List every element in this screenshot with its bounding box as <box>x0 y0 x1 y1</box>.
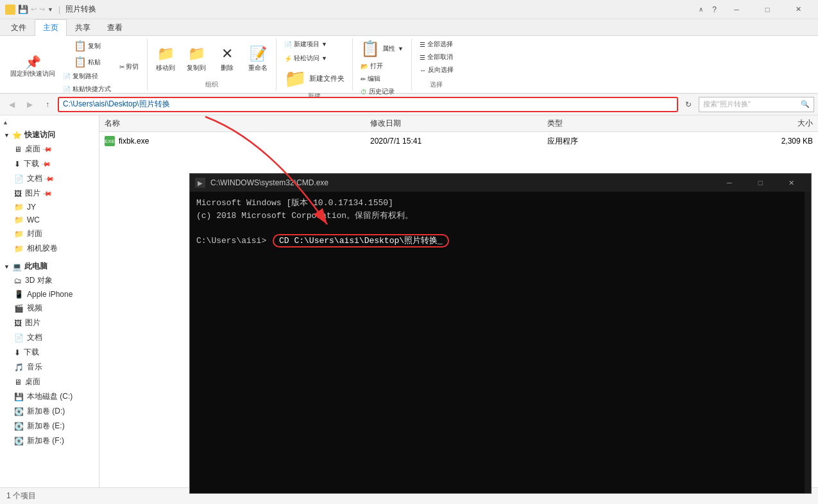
sidebar-item-drive-f[interactable]: 💽 新加卷 (F:) <box>0 433 99 448</box>
sidebar-item-local-c[interactable]: 💾 本地磁盘 (C:) <box>0 389 99 404</box>
new-folder-button[interactable]: 📁 新建文件夹 <box>282 67 347 90</box>
file-list-header: 名称 修改日期 类型 大小 <box>99 115 818 132</box>
sidebar-item-wc[interactable]: 📁 WC <box>0 214 99 226</box>
easy-access-button[interactable]: ⚡ 轻松访问 ▼ <box>282 53 330 64</box>
sidebar-this-pc[interactable]: ▼ 💻 此电脑 <box>0 258 99 273</box>
cmd-window: ▶ C:\WINDOWS\system32\CMD.exe ─ □ ✕ Micr… <box>189 173 812 494</box>
refresh-button[interactable]: ↻ <box>681 97 696 112</box>
cut-button[interactable]: ✂ 剪切 <box>116 61 142 72</box>
sidebar-item-cover[interactable]: 📁 封面 <box>0 226 99 241</box>
ribbon-group-organize: 📁 移动到 📁 复制到 ✕ 删除 📝 重命名 组织 <box>148 38 277 90</box>
video-icon: 🎬 <box>14 304 24 313</box>
sidebar-item-downloads[interactable]: ⬇ 下载 <box>0 345 99 360</box>
cover-icon: 📁 <box>14 230 24 239</box>
sidebar-item-docs-quick[interactable]: 📄 文档 📌 <box>0 171 99 186</box>
dropdown-arrow[interactable]: ▼ <box>47 6 53 13</box>
col-header-type[interactable]: 类型 <box>547 118 724 129</box>
title-text: 照片转换 <box>65 4 96 15</box>
help-btn[interactable]: ? <box>708 5 720 14</box>
address-bar-area: ◀ ▶ ↑ C:\Users\aisi\Desktop\照片转换 ↻ 搜索"照片… <box>0 94 818 115</box>
cmd-title-bar: ▶ C:\WINDOWS\system32\CMD.exe ─ □ ✕ <box>190 174 811 192</box>
select-all-button[interactable]: ☰ 全部选择 <box>417 38 456 50</box>
new-item-button[interactable]: 📄 新建项目 ▼ <box>282 38 330 50</box>
open-button[interactable]: 📂 打开 <box>358 60 386 72</box>
sidebar-item-drive-d[interactable]: 💽 新加卷 (D:) <box>0 404 99 419</box>
sidebar-item-downloads-quick[interactable]: ⬇ 下载 📌 <box>0 156 99 171</box>
copy-to-button[interactable]: 📁 复制到 <box>183 44 209 74</box>
copy-path-button[interactable]: 📄 复制路径 <box>60 71 114 82</box>
quick-save-icon[interactable]: 💾 <box>18 4 28 14</box>
edit-button[interactable]: ✏ 编辑 <box>358 73 383 85</box>
cmd-close-btn[interactable]: ✕ <box>776 174 806 192</box>
cmd-line-3 <box>196 222 805 235</box>
sidebar-item-jy[interactable]: 📁 JY <box>0 201 99 214</box>
tab-view[interactable]: 查看 <box>99 19 131 36</box>
ribbon-collapse-btn[interactable]: ∧ <box>695 6 707 13</box>
deselect-all-button[interactable]: ☰ 全部取消 <box>417 51 456 63</box>
undo-icon[interactable]: ↩ <box>31 5 37 13</box>
col-header-name[interactable]: 名称 <box>105 118 370 129</box>
cmd-line-2: (c) 2018 Microsoft Corporation。保留所有权利。 <box>196 210 805 223</box>
cmd-maximize-btn[interactable]: □ <box>746 174 775 192</box>
maximize-button[interactable]: □ <box>753 0 782 19</box>
pin-quick-access-button[interactable]: 📌 固定到快速访问 <box>8 55 58 79</box>
title-bar: 💾 ↩ ↪ ▼ | 照片转换 ∧ ? ─ □ ✕ <box>0 0 818 19</box>
sidebar-item-apple-iphone[interactable]: 📱 Apple iPhone <box>0 288 99 301</box>
paste-shortcut-button[interactable]: 📄 粘贴快捷方式 <box>60 83 114 95</box>
cmd-scrollbar[interactable] <box>805 192 811 493</box>
cmd-minimize-btn[interactable]: ─ <box>715 174 744 192</box>
forward-button[interactable]: ▶ <box>22 97 37 112</box>
cmd-icon: ▶ <box>195 178 205 188</box>
pin-indicator3: 📌 <box>44 173 55 183</box>
copy-to-icon: 📁 <box>188 46 205 62</box>
table-row[interactable]: EXE fixbk.exe 2020/7/1 15:41 应用程序 2,309 … <box>99 132 818 150</box>
properties-icon: 📋 <box>361 40 380 58</box>
copy-button[interactable]: 📋 复制 <box>60 38 114 53</box>
history-button[interactable]: ⏱ 历史记录 <box>358 86 397 97</box>
delete-button[interactable]: ✕ 删除 <box>214 44 240 74</box>
sidebar-item-drive-e[interactable]: 💽 新加卷 (E:) <box>0 419 99 433</box>
tab-share[interactable]: 共享 <box>67 19 99 36</box>
sidebar-item-desktop[interactable]: 🖥 桌面 <box>0 374 99 389</box>
cmd-line-1: Microsoft Windows [版本 10.0.17134.1550] <box>196 197 805 210</box>
sidebar-item-pics-quick[interactable]: 🖼 图片 📌 <box>0 186 99 201</box>
sidebar-item-video[interactable]: 🎬 视频 <box>0 301 99 315</box>
drive-c-icon: 💾 <box>14 392 24 401</box>
sidebar-item-pics[interactable]: 🖼 图片 <box>0 315 99 330</box>
tab-file[interactable]: 文件 <box>3 19 35 36</box>
ribbon-group-new: 📄 新建项目 ▼ ⚡ 轻松访问 ▼ 📁 新建文件夹 新建 <box>277 38 353 90</box>
ribbon-group-open: 📋 属性 ▼ 📂 打开 ✏ 编辑 ⏱ 历史记录 打开 <box>353 38 412 90</box>
drive-e-icon: 💽 <box>14 422 24 431</box>
sidebar-item-3d[interactable]: 🗂 3D 对象 <box>0 273 99 288</box>
select-label: 选择 <box>417 79 456 90</box>
up-button[interactable]: ↑ <box>40 97 55 112</box>
status-text: 1 个项目 <box>6 491 36 501</box>
col-header-size[interactable]: 大小 <box>724 118 813 129</box>
col-header-modified[interactable]: 修改日期 <box>370 118 547 129</box>
sidebar-item-desktop-quick[interactable]: 🖥 桌面 📌 <box>0 142 99 156</box>
invert-selection-button[interactable]: ↔ 反向选择 <box>417 64 456 76</box>
wc-icon: 📁 <box>14 215 24 224</box>
organize-label: 组织 <box>153 79 271 90</box>
close-button[interactable]: ✕ <box>783 0 813 19</box>
minimize-button[interactable]: ─ <box>722 0 751 19</box>
edit-icon: ✏ <box>361 76 366 83</box>
sidebar-item-docs[interactable]: 📄 文档 <box>0 330 99 345</box>
sidebar-quick-access[interactable]: ▼ ⭐ 快速访问 <box>0 127 99 142</box>
address-box[interactable]: C:\Users\aisi\Desktop\照片转换 <box>58 97 678 112</box>
move-to-button[interactable]: 📁 移动到 <box>153 44 178 74</box>
rename-button[interactable]: 📝 重命名 <box>245 44 271 74</box>
sidebar-item-music[interactable]: 🎵 音乐 <box>0 360 99 374</box>
search-box[interactable]: 搜索"照片转换" 🔍 <box>699 97 814 112</box>
redo-icon[interactable]: ↪ <box>39 5 45 13</box>
paste-button[interactable]: 📋 粘贴 <box>60 55 114 69</box>
tab-home[interactable]: 主页 <box>35 19 67 36</box>
sidebar-item-camera-roll[interactable]: 📁 相机胶卷 <box>0 241 99 256</box>
back-button[interactable]: ◀ <box>4 97 19 112</box>
file-type: 应用程序 <box>547 136 724 147</box>
cmd-title-text: C:\WINDOWS\system32\CMD.exe <box>210 178 328 187</box>
sidebar-expand-btn[interactable]: ▲ <box>0 118 99 127</box>
properties-button[interactable]: 📋 属性 ▼ <box>358 38 406 59</box>
invert-icon: ↔ <box>420 67 426 74</box>
pics2-icon: 🖼 <box>14 319 22 328</box>
